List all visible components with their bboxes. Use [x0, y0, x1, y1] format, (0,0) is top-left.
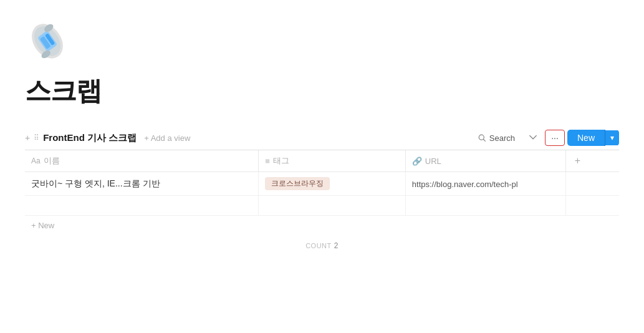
drag-handle-icon[interactable]: ⠿ — [34, 133, 39, 142]
empty-row — [25, 196, 619, 216]
add-view-button[interactable]: + Add a view — [140, 132, 194, 144]
column-header-name: Aa 이름 — [25, 150, 259, 172]
page-icon — [25, 19, 619, 66]
search-icon — [478, 134, 486, 142]
new-row-label: + New — [31, 221, 54, 230]
text-type-icon: Aa — [31, 157, 41, 165]
add-column-icon[interactable]: + — [572, 155, 583, 166]
empty-cell-4 — [565, 196, 619, 216]
new-entry-chevron[interactable]: ▾ — [605, 130, 619, 145]
cell-extra — [565, 172, 619, 196]
count-label: COUNT — [305, 242, 332, 249]
count-row: COUNT 2 — [25, 235, 619, 253]
more-icon: ··· — [551, 133, 559, 143]
count-value: 2 — [334, 241, 339, 250]
tag-badge: 크로스브라우징 — [265, 177, 330, 190]
column-header-url: 🔗 URL — [405, 150, 565, 172]
cell-name[interactable]: 굿바이~ 구형 엣지, IE...크롬 기반 — [25, 172, 259, 196]
database-title: FrontEnd 기사 스크랩 — [43, 132, 137, 144]
empty-cell-1 — [25, 196, 259, 216]
table-row: 굿바이~ 구형 엣지, IE...크롬 기반 크로스브라우징 https://b… — [25, 172, 619, 196]
add-new-row-button[interactable]: + New — [25, 216, 619, 235]
filter-icon-button[interactable] — [524, 131, 542, 145]
database-header: + ⠿ FrontEnd 기사 스크랩 + Add a view Search … — [25, 126, 619, 150]
table-header-row: Aa 이름 ≡ 태그 🔗 URL + — [25, 150, 619, 172]
share-icon — [529, 133, 537, 142]
new-entry-button[interactable]: New — [567, 130, 605, 146]
search-button[interactable]: Search — [472, 131, 521, 145]
empty-cell-3 — [405, 196, 565, 216]
column-header-tags: ≡ 태그 — [259, 150, 406, 172]
column-header-add[interactable]: + — [565, 150, 619, 172]
search-label: Search — [489, 133, 515, 143]
link-type-icon: 🔗 — [412, 157, 422, 166]
svg-line-8 — [483, 139, 485, 141]
list-type-icon: ≡ — [265, 157, 270, 166]
page-title: 스크랩 — [25, 74, 619, 109]
more-options-button[interactable]: ··· — [545, 130, 565, 146]
cell-tags[interactable]: 크로스브라우징 — [259, 172, 406, 196]
add-section-icon[interactable]: + — [25, 133, 30, 143]
new-button-group: New ▾ — [567, 130, 619, 146]
empty-cell-2 — [259, 196, 406, 216]
database-table: Aa 이름 ≡ 태그 🔗 URL + — [25, 150, 619, 216]
cell-url[interactable]: https://blog.naver.com/tech-pl — [405, 172, 565, 196]
